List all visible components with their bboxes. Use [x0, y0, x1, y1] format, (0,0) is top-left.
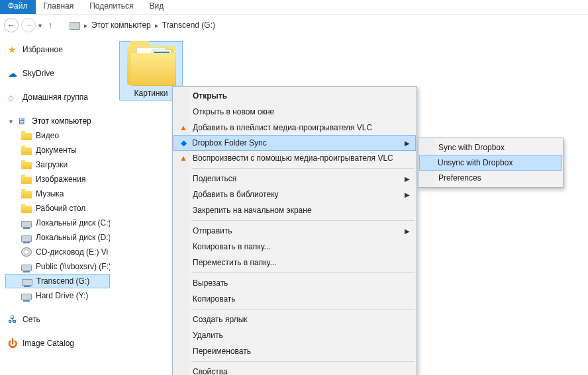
breadcrumb[interactable]: ▸ Этот компьютер ▸ Transcend (G:)	[66, 18, 219, 32]
sidebar-item-drive-c[interactable]: Локальный диск (C:)	[8, 216, 110, 230]
folder-icon	[21, 206, 32, 213]
breadcrumb-location[interactable]: Transcend (G:)	[162, 21, 215, 30]
menu-send-to[interactable]: Отправить▶	[174, 223, 415, 239]
breadcrumb-root[interactable]: Этот компьютер	[91, 21, 151, 30]
star-icon: ★	[8, 44, 19, 55]
sidebar-homegroup[interactable]: ⌂ Домашняя группа	[8, 90, 110, 104]
menu-item-label: Удалить	[193, 331, 223, 340]
menu-separator	[191, 309, 415, 310]
menu-move-to-folder[interactable]: Переместить в папку...	[174, 255, 415, 271]
sidebar-this-pc[interactable]: ▾ 🖥 Этот компьютер	[8, 114, 110, 128]
sidebar-item-music[interactable]: Музыка	[8, 187, 110, 201]
sidebar-item-pictures[interactable]: Изображения	[8, 172, 110, 187]
nav-back-button[interactable]: ←	[4, 18, 19, 32]
sidebar-item-downloads[interactable]: Загрузки	[8, 157, 110, 172]
menu-dropbox-folder-sync[interactable]: ◆Dropbox Folder Sync▶	[173, 135, 416, 151]
drive-icon	[21, 221, 32, 228]
sidebar-item-label: Image Catalog	[23, 339, 74, 348]
menu-vlc-playlist[interactable]: ▲Добавить в плейлист медиа-проигрывателя…	[174, 120, 415, 136]
navigation-pane: ★ Избранное ☁ SkyDrive ⌂ Домашняя группа…	[0, 36, 114, 375]
sidebar-network[interactable]: 🖧 Сеть	[8, 312, 110, 327]
sidebar-item-label: Локальный диск (C:)	[36, 218, 110, 228]
nav-up-button[interactable]: ↑	[44, 19, 56, 31]
menu-pin-start[interactable]: Закрепить на начальном экране	[174, 202, 415, 218]
menu-item-label: Копировать в папку...	[193, 242, 271, 251]
menu-separator	[191, 168, 415, 169]
drive-icon	[22, 279, 32, 286]
menu-rename[interactable]: Переименовать	[174, 343, 415, 359]
menu-cut[interactable]: Вырезать	[174, 275, 415, 291]
menu-item-label: Переименовать	[193, 347, 251, 356]
sidebar-item-label: CD-дисковод (E:) Vi	[36, 247, 108, 257]
menu-item-label: Переместить в папку...	[193, 258, 276, 267]
sidebar-item-videos[interactable]: Видео	[8, 128, 110, 143]
sidebar-favorites[interactable]: ★ Избранное	[8, 42, 110, 57]
sidebar-item-label: Домашняя группа	[23, 93, 88, 102]
menu-copy-to-folder[interactable]: Копировать в папку...	[174, 239, 415, 255]
menu-item-label: Закрепить на начальном экране	[193, 206, 312, 215]
sidebar-item-label: Документы	[36, 146, 77, 155]
context-menu: Открыть Открыть в новом окне ▲Добавить в…	[172, 86, 417, 375]
folder-name: Картинки	[122, 89, 180, 98]
ribbon-tab-home[interactable]: Главная	[36, 0, 82, 14]
cloud-icon: ☁	[8, 68, 19, 79]
menu-separator	[191, 361, 415, 362]
chevron-right-icon: ▸	[84, 22, 87, 29]
submenu-unsync[interactable]: Unsync with Dropbox	[419, 155, 562, 171]
sidebar-item-label: Этот компьютер	[32, 116, 91, 126]
vlc-icon: ▲	[178, 153, 189, 163]
sidebar-item-public-f[interactable]: Public (\\vboxsrv) (F:)	[8, 259, 110, 274]
ribbon-tab-file[interactable]: Файл	[0, 0, 36, 14]
menu-item-label: Preferences	[438, 173, 481, 183]
ribbon-tab-view[interactable]: Вид	[141, 0, 172, 14]
menu-item-label: Открыть в новом окне	[193, 107, 274, 116]
folder-icon	[21, 162, 32, 169]
cd-icon	[21, 247, 32, 257]
sidebar-image-catalog[interactable]: ⏻ Image Catalog	[8, 336, 110, 351]
menu-item-label: Добавить в библиотеку	[193, 190, 279, 199]
ribbon-tab-share[interactable]: Поделиться	[81, 0, 141, 14]
sidebar-skydrive[interactable]: ☁ SkyDrive	[8, 66, 110, 81]
sidebar-item-documents[interactable]: Документы	[8, 143, 110, 157]
sidebar-item-transcend-g[interactable]: Transcend (G:)	[5, 274, 110, 288]
menu-open-new-window[interactable]: Открыть в новом окне	[174, 104, 415, 120]
sidebar-item-label: Избранное	[23, 45, 63, 54]
menu-vlc-play[interactable]: ▲Воспроизвести с помощью медиа-проигрыва…	[174, 150, 415, 166]
menu-open[interactable]: Открыть	[174, 88, 415, 104]
sidebar-item-desktop[interactable]: Рабочий стол	[8, 201, 110, 216]
submenu-arrow-icon: ▶	[405, 191, 410, 198]
menu-share[interactable]: Поделиться▶	[174, 171, 415, 187]
vlc-icon: ▲	[178, 122, 189, 133]
ribbon-tabs: Файл Главная Поделиться Вид	[0, 0, 588, 15]
menu-create-shortcut[interactable]: Создать ярлык	[174, 312, 415, 327]
sidebar-item-label: Музыка	[36, 189, 64, 198]
menu-properties[interactable]: Свойства	[174, 364, 415, 375]
menu-item-label: Поделиться	[193, 174, 236, 183]
folder-icon	[127, 46, 175, 85]
sidebar-item-label: Видео	[36, 131, 59, 140]
sidebar-item-label: Изображения	[36, 175, 85, 184]
menu-add-library[interactable]: Добавить в библиотеку▶	[174, 187, 415, 202]
sidebar-item-harddrive-y[interactable]: Hard Drive (Y:)	[8, 288, 110, 303]
menu-item-label: Открыть	[193, 91, 227, 101]
power-icon: ⏻	[8, 338, 19, 349]
menu-item-label: Добавить в плейлист медиа-проигрывателя …	[193, 123, 372, 132]
sidebar-item-cd-e[interactable]: CD-дисковод (E:) Vi	[8, 245, 110, 259]
folder-icon	[21, 133, 32, 140]
tree-collapse-icon[interactable]: ▾	[9, 118, 13, 125]
sidebar-item-label: Hard Drive (Y:)	[36, 291, 88, 300]
folder-icon	[21, 177, 32, 184]
folder-icon	[21, 191, 32, 198]
menu-item-label: Отправить	[193, 226, 232, 235]
submenu-sync[interactable]: Sync with Dropbox	[420, 140, 562, 155]
menu-delete[interactable]: Удалить	[174, 327, 415, 343]
homegroup-icon: ⌂	[8, 92, 19, 103]
submenu-preferences[interactable]: Preferences	[420, 170, 562, 186]
menu-copy[interactable]: Копировать	[174, 291, 415, 307]
sidebar-item-label: SkyDrive	[23, 69, 54, 78]
nav-forward-button[interactable]: →	[21, 18, 36, 32]
sidebar-item-drive-d[interactable]: Локальный диск (D:)	[8, 230, 110, 245]
sidebar-item-label: Сеть	[23, 315, 40, 324]
nav-history-dropdown[interactable]: ▾	[38, 22, 42, 29]
chevron-right-icon: ▸	[155, 22, 158, 29]
